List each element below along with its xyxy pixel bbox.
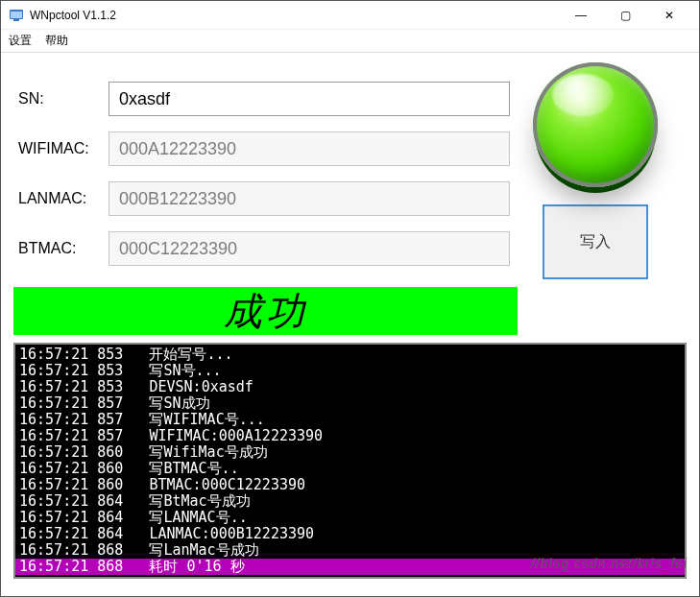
log-line: 16:57:21 853 DEVSN:0xasdf	[15, 379, 685, 395]
log-line: 16:57:21 857 写SN成功	[15, 395, 685, 412]
btmac-input[interactable]	[109, 231, 510, 266]
log-console[interactable]: 16:57:21 853 开始写号...16:57:21 853 写SN号...…	[13, 343, 687, 579]
status-banner: 成功	[13, 287, 518, 335]
sn-label: SN:	[18, 90, 109, 107]
status-indicator-button[interactable]	[533, 62, 658, 187]
client-area: SN: WIFIMAC: LANMAC: BTMAC: 写入 成功 16:57:…	[1, 53, 699, 579]
btmac-label: BTMAC:	[18, 240, 109, 257]
wifimac-input[interactable]	[109, 131, 510, 166]
lanmac-input[interactable]	[109, 181, 510, 216]
log-line: 16:57:21 864 写LANMAC号..	[15, 510, 685, 526]
wifimac-label: WIFIMAC:	[18, 140, 109, 157]
log-line: 16:57:21 857 WIFIMAC:000A12223390	[15, 428, 685, 444]
svg-rect-2	[13, 19, 19, 21]
maximize-button[interactable]: ▢	[603, 1, 647, 30]
sn-input[interactable]	[109, 82, 510, 116]
log-line: 16:57:21 857 写WIFIMAC号...	[15, 412, 685, 428]
app-icon	[9, 8, 24, 23]
log-line: 16:57:21 860 写BTMAC号..	[15, 461, 685, 477]
menubar: 设置 帮助	[1, 30, 699, 53]
lanmac-label: LANMAC:	[18, 190, 109, 207]
titlebar: WNpctool V1.1.2 — ▢ ✕	[1, 1, 699, 30]
log-line: 16:57:21 860 BTMAC:000C12223390	[15, 477, 685, 493]
log-line: 16:57:21 860 写WifiMac号成功	[15, 444, 685, 461]
svg-rect-1	[11, 12, 22, 18]
log-line: 16:57:21 853 写SN号...	[15, 363, 685, 379]
minimize-button[interactable]: —	[559, 1, 603, 30]
window-controls: — ▢ ✕	[559, 1, 691, 30]
write-button[interactable]: 写入	[543, 204, 648, 279]
log-line: 16:57:21 868 耗时 0'16 秒	[15, 559, 685, 575]
menu-settings[interactable]: 设置	[9, 33, 32, 49]
log-line: 16:57:21 864 LANMAC:000B12223390	[15, 526, 685, 542]
menu-help[interactable]: 帮助	[45, 33, 68, 49]
log-line: 16:57:21 853 开始写号...	[15, 346, 685, 363]
log-line: 16:57:21 864 写BtMac号成功	[15, 493, 685, 510]
close-button[interactable]: ✕	[647, 1, 691, 30]
log-line: 16:57:21 868 写LanMac号成功	[15, 542, 685, 559]
window-title: WNpctool V1.1.2	[30, 9, 559, 22]
